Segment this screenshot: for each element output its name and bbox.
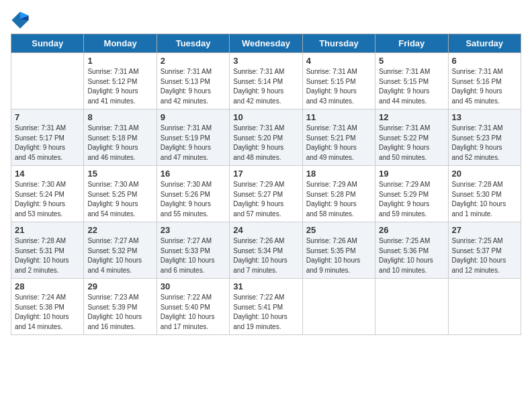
day-number: 25 — [306, 225, 371, 235]
calendar-cell: 20Sunrise: 7:28 AMSunset: 5:30 PMDayligh… — [448, 166, 521, 222]
day-number: 14 — [15, 169, 80, 179]
day-number: 17 — [233, 169, 298, 179]
day-info: Sunrise: 7:27 AMSunset: 5:33 PMDaylight:… — [161, 236, 226, 275]
calendar-week-row: 21Sunrise: 7:28 AMSunset: 5:31 PMDayligh… — [11, 222, 521, 279]
calendar-cell: 30Sunrise: 7:22 AMSunset: 5:40 PMDayligh… — [157, 279, 229, 335]
day-info: Sunrise: 7:24 AMSunset: 5:38 PMDaylight:… — [15, 293, 80, 332]
calendar-table: Sunday Monday Tuesday Wednesday Thursday… — [11, 34, 521, 335]
day-info: Sunrise: 7:30 AMSunset: 5:25 PMDaylight:… — [87, 180, 152, 219]
day-info: Sunrise: 7:27 AMSunset: 5:32 PMDaylight:… — [87, 236, 152, 275]
calendar-cell — [302, 279, 375, 335]
calendar-cell: 22Sunrise: 7:27 AMSunset: 5:32 PMDayligh… — [84, 222, 157, 279]
day-info: Sunrise: 7:23 AMSunset: 5:39 PMDaylight:… — [87, 293, 152, 332]
day-number: 28 — [15, 281, 80, 291]
calendar-week-row: 14Sunrise: 7:30 AMSunset: 5:24 PMDayligh… — [11, 166, 521, 222]
day-number: 21 — [15, 225, 80, 235]
day-info: Sunrise: 7:22 AMSunset: 5:40 PMDaylight:… — [161, 293, 226, 332]
calendar-cell: 10Sunrise: 7:31 AMSunset: 5:20 PMDayligh… — [230, 109, 302, 166]
day-info: Sunrise: 7:26 AMSunset: 5:35 PMDaylight:… — [306, 236, 371, 275]
calendar-cell: 21Sunrise: 7:28 AMSunset: 5:31 PMDayligh… — [11, 222, 84, 279]
day-info: Sunrise: 7:22 AMSunset: 5:41 PMDaylight:… — [233, 293, 298, 332]
header-row: Sunday Monday Tuesday Wednesday Thursday… — [11, 34, 521, 53]
day-number: 29 — [87, 281, 152, 291]
day-number: 15 — [87, 169, 152, 179]
day-number: 13 — [452, 112, 517, 122]
calendar-cell: 6Sunrise: 7:31 AMSunset: 5:16 PMDaylight… — [448, 53, 521, 109]
day-number: 8 — [87, 112, 152, 122]
day-number: 7 — [15, 112, 80, 122]
day-number: 3 — [233, 56, 298, 66]
calendar-cell: 24Sunrise: 7:26 AMSunset: 5:34 PMDayligh… — [230, 222, 302, 279]
calendar-cell: 9Sunrise: 7:31 AMSunset: 5:19 PMDaylight… — [157, 109, 229, 166]
calendar-cell: 13Sunrise: 7:31 AMSunset: 5:23 PMDayligh… — [448, 109, 521, 166]
logo — [11, 11, 32, 30]
day-info: Sunrise: 7:31 AMSunset: 5:14 PMDaylight:… — [233, 67, 298, 106]
day-info: Sunrise: 7:31 AMSunset: 5:21 PMDaylight:… — [306, 124, 371, 163]
day-number: 19 — [379, 169, 444, 179]
day-number: 30 — [161, 281, 226, 291]
calendar-cell: 4Sunrise: 7:31 AMSunset: 5:15 PMDaylight… — [302, 53, 375, 109]
day-number: 23 — [161, 225, 226, 235]
calendar-cell: 8Sunrise: 7:31 AMSunset: 5:18 PMDaylight… — [84, 109, 157, 166]
page-header — [11, 11, 521, 30]
day-number: 26 — [379, 225, 444, 235]
day-number: 24 — [233, 225, 298, 235]
day-info: Sunrise: 7:30 AMSunset: 5:26 PMDaylight:… — [161, 180, 226, 219]
calendar-cell: 23Sunrise: 7:27 AMSunset: 5:33 PMDayligh… — [157, 222, 229, 279]
day-number: 20 — [452, 169, 517, 179]
col-saturday: Saturday — [448, 34, 521, 53]
day-number: 9 — [161, 112, 226, 122]
day-info: Sunrise: 7:29 AMSunset: 5:29 PMDaylight:… — [379, 180, 444, 219]
logo-icon — [11, 11, 30, 30]
day-number: 31 — [233, 281, 298, 291]
day-number: 6 — [452, 56, 517, 66]
day-info: Sunrise: 7:31 AMSunset: 5:20 PMDaylight:… — [233, 124, 298, 163]
calendar-cell: 11Sunrise: 7:31 AMSunset: 5:21 PMDayligh… — [302, 109, 375, 166]
calendar-cell: 29Sunrise: 7:23 AMSunset: 5:39 PMDayligh… — [84, 279, 157, 335]
calendar-week-row: 28Sunrise: 7:24 AMSunset: 5:38 PMDayligh… — [11, 279, 521, 335]
calendar-cell — [448, 279, 521, 335]
day-info: Sunrise: 7:31 AMSunset: 5:18 PMDaylight:… — [87, 124, 152, 163]
col-monday: Monday — [84, 34, 157, 53]
calendar-cell: 31Sunrise: 7:22 AMSunset: 5:41 PMDayligh… — [230, 279, 302, 335]
day-info: Sunrise: 7:28 AMSunset: 5:30 PMDaylight:… — [452, 180, 517, 219]
calendar-cell: 12Sunrise: 7:31 AMSunset: 5:22 PMDayligh… — [375, 109, 448, 166]
day-number: 12 — [379, 112, 444, 122]
calendar-cell: 25Sunrise: 7:26 AMSunset: 5:35 PMDayligh… — [302, 222, 375, 279]
calendar-cell: 17Sunrise: 7:29 AMSunset: 5:27 PMDayligh… — [230, 166, 302, 222]
day-number: 4 — [306, 56, 371, 66]
calendar-cell: 7Sunrise: 7:31 AMSunset: 5:17 PMDaylight… — [11, 109, 84, 166]
col-wednesday: Wednesday — [230, 34, 302, 53]
calendar-cell: 14Sunrise: 7:30 AMSunset: 5:24 PMDayligh… — [11, 166, 84, 222]
day-info: Sunrise: 7:28 AMSunset: 5:31 PMDaylight:… — [15, 236, 80, 275]
day-number: 18 — [306, 169, 371, 179]
day-number: 2 — [161, 56, 226, 66]
day-info: Sunrise: 7:31 AMSunset: 5:15 PMDaylight:… — [306, 67, 371, 106]
calendar-week-row: 7Sunrise: 7:31 AMSunset: 5:17 PMDaylight… — [11, 109, 521, 166]
calendar-cell: 5Sunrise: 7:31 AMSunset: 5:15 PMDaylight… — [375, 53, 448, 109]
calendar-cell: 27Sunrise: 7:25 AMSunset: 5:37 PMDayligh… — [448, 222, 521, 279]
calendar-cell: 2Sunrise: 7:31 AMSunset: 5:13 PMDaylight… — [157, 53, 229, 109]
calendar-cell: 19Sunrise: 7:29 AMSunset: 5:29 PMDayligh… — [375, 166, 448, 222]
day-info: Sunrise: 7:25 AMSunset: 5:36 PMDaylight:… — [379, 236, 444, 275]
day-info: Sunrise: 7:26 AMSunset: 5:34 PMDaylight:… — [233, 236, 298, 275]
day-number: 11 — [306, 112, 371, 122]
col-friday: Friday — [375, 34, 448, 53]
calendar-week-row: 1Sunrise: 7:31 AMSunset: 5:12 PMDaylight… — [11, 53, 521, 109]
day-info: Sunrise: 7:31 AMSunset: 5:22 PMDaylight:… — [379, 124, 444, 163]
col-sunday: Sunday — [11, 34, 84, 53]
day-info: Sunrise: 7:31 AMSunset: 5:16 PMDaylight:… — [452, 67, 517, 106]
day-info: Sunrise: 7:29 AMSunset: 5:27 PMDaylight:… — [233, 180, 298, 219]
day-number: 16 — [161, 169, 226, 179]
calendar-cell: 28Sunrise: 7:24 AMSunset: 5:38 PMDayligh… — [11, 279, 84, 335]
day-info: Sunrise: 7:31 AMSunset: 5:13 PMDaylight:… — [161, 67, 226, 106]
day-info: Sunrise: 7:31 AMSunset: 5:23 PMDaylight:… — [452, 124, 517, 163]
calendar-cell: 16Sunrise: 7:30 AMSunset: 5:26 PMDayligh… — [157, 166, 229, 222]
day-number: 10 — [233, 112, 298, 122]
day-number: 27 — [452, 225, 517, 235]
calendar-cell: 3Sunrise: 7:31 AMSunset: 5:14 PMDaylight… — [230, 53, 302, 109]
day-info: Sunrise: 7:31 AMSunset: 5:17 PMDaylight:… — [15, 124, 80, 163]
calendar-cell — [11, 53, 84, 109]
calendar-cell: 1Sunrise: 7:31 AMSunset: 5:12 PMDaylight… — [84, 53, 157, 109]
calendar-cell: 18Sunrise: 7:29 AMSunset: 5:28 PMDayligh… — [302, 166, 375, 222]
